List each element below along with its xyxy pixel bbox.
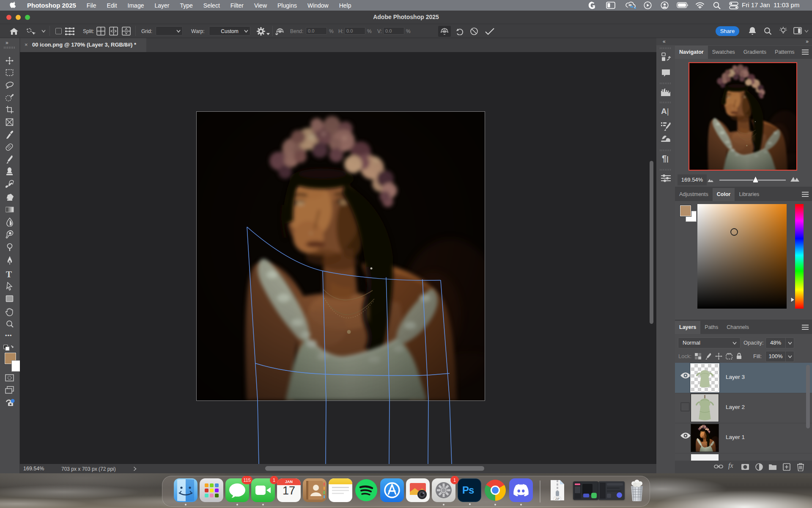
svg-text:ZIP: ZIP bbox=[555, 497, 560, 500]
